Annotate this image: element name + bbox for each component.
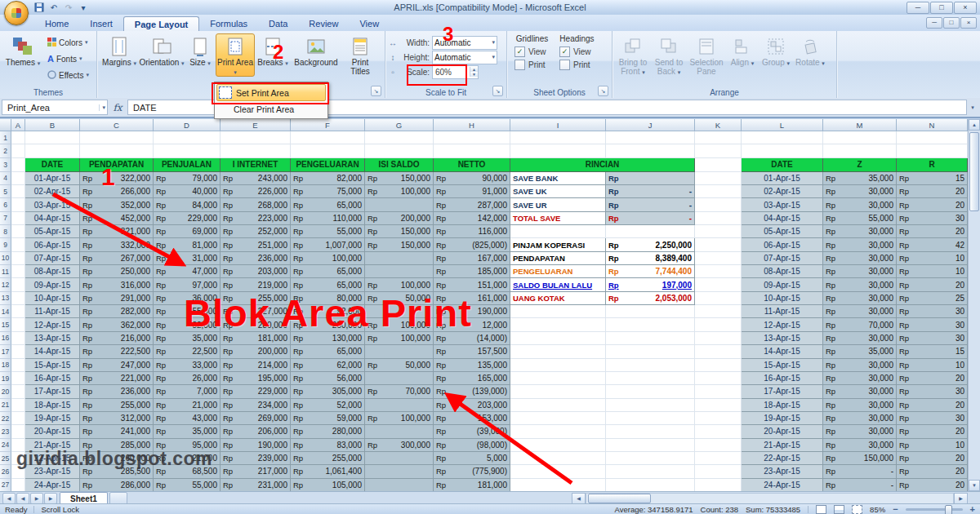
redo-button[interactable]: ↷ bbox=[62, 2, 75, 13]
cell-L23[interactable]: 20-Apr-15 bbox=[742, 425, 823, 438]
cell-C17[interactable]: Rp222,500 bbox=[80, 345, 154, 358]
cell-G13[interactable]: Rp50,000 bbox=[365, 292, 434, 305]
cell-E9[interactable]: Rp251,000 bbox=[220, 238, 291, 251]
cell-F16[interactable]: Rp130,000 bbox=[291, 332, 365, 345]
cell-J12[interactable]: Rp197,000 bbox=[606, 278, 695, 291]
cell-J5[interactable]: Rp- bbox=[606, 185, 695, 198]
cell-D8[interactable]: Rp69,000 bbox=[154, 225, 220, 238]
cell-K15[interactable] bbox=[695, 318, 742, 331]
cell-D17[interactable]: Rp22,500 bbox=[154, 345, 220, 358]
normal-view-button[interactable] bbox=[816, 505, 826, 514]
cell-B17[interactable]: 14-Apr-15 bbox=[25, 345, 80, 358]
workbook-close-button[interactable]: × bbox=[960, 17, 977, 29]
cell-G10[interactable] bbox=[365, 252, 434, 265]
cell-A19[interactable] bbox=[11, 372, 25, 385]
row-header-10[interactable]: 10 bbox=[0, 252, 11, 265]
minimize-button[interactable]: ─ bbox=[906, 2, 929, 14]
cell-M23[interactable]: Rp30,000 bbox=[823, 425, 897, 438]
tab-page-layout[interactable]: Page Layout bbox=[123, 16, 199, 31]
cell-G14[interactable] bbox=[365, 305, 434, 318]
cell-K1[interactable] bbox=[695, 131, 742, 144]
cell-M3[interactable]: Z bbox=[823, 158, 897, 172]
cell-E15[interactable]: Rp280,000 bbox=[220, 318, 291, 331]
cell-I26[interactable] bbox=[510, 465, 606, 478]
cell-B4[interactable]: 01-Apr-15 bbox=[25, 172, 80, 185]
cell-G16[interactable]: Rp100,000 bbox=[365, 332, 434, 345]
headings-view-checkbox[interactable]: ✓ View bbox=[555, 45, 599, 58]
cell-M7[interactable]: Rp55,000 bbox=[823, 212, 897, 225]
row-header-4[interactable]: 4 bbox=[0, 172, 11, 185]
cell-H23[interactable]: Rp(39,000) bbox=[434, 425, 510, 438]
cell-F25[interactable]: Rp255,000 bbox=[291, 452, 365, 465]
scale-spinner[interactable]: ▲▼ bbox=[470, 67, 478, 77]
cell-M4[interactable]: Rp35,000 bbox=[823, 172, 897, 185]
cell-A12[interactable] bbox=[11, 278, 25, 291]
column-header-G[interactable]: G bbox=[365, 119, 434, 131]
column-header-D[interactable]: D bbox=[154, 119, 220, 131]
cell-K18[interactable] bbox=[695, 359, 742, 372]
cell-J9[interactable]: Rp2,250,000 bbox=[606, 238, 695, 251]
send-to-back-button[interactable]: Send to Back ▾ bbox=[651, 33, 687, 77]
cell-D2[interactable] bbox=[154, 144, 220, 157]
cell-N2[interactable] bbox=[897, 144, 968, 157]
cell-J7[interactable]: Rp- bbox=[606, 212, 695, 225]
cell-N22[interactable]: Rp30 bbox=[897, 412, 968, 425]
cell-F20[interactable]: Rp305,000 bbox=[291, 385, 365, 398]
cell-J21[interactable] bbox=[606, 399, 695, 412]
cell-I4[interactable]: SAVE BANK bbox=[510, 172, 606, 185]
column-header-M[interactable]: M bbox=[823, 119, 897, 131]
cell-J27[interactable] bbox=[606, 479, 695, 492]
cell-A11[interactable] bbox=[11, 265, 25, 278]
tab-scroll-first-button[interactable]: ◀ bbox=[2, 493, 16, 504]
cell-F26[interactable]: Rp1,061,400 bbox=[291, 465, 365, 478]
cell-L7[interactable]: 04-Apr-15 bbox=[742, 212, 823, 225]
cell-B5[interactable]: 02-Apr-15 bbox=[25, 185, 80, 198]
cell-G1[interactable] bbox=[365, 131, 434, 144]
cell-K24[interactable] bbox=[695, 439, 742, 452]
tab-insert[interactable]: Insert bbox=[79, 16, 123, 31]
cell-G27[interactable] bbox=[365, 479, 434, 492]
group-button[interactable]: Group ▾ bbox=[759, 33, 793, 68]
cell-I21[interactable] bbox=[510, 399, 606, 412]
cell-H2[interactable] bbox=[434, 144, 510, 157]
cell-J13[interactable]: Rp2,053,000 bbox=[606, 292, 695, 305]
cell-D18[interactable]: Rp33,000 bbox=[154, 359, 220, 372]
cell-E8[interactable]: Rp252,000 bbox=[220, 225, 291, 238]
cell-E17[interactable]: Rp200,000 bbox=[220, 345, 291, 358]
select-all-corner[interactable] bbox=[0, 119, 11, 131]
selection-pane-button[interactable]: Selection Pane bbox=[687, 33, 726, 77]
cell-N11[interactable]: Rp10 bbox=[897, 265, 968, 278]
cell-B1[interactable] bbox=[25, 131, 80, 144]
cell-M19[interactable]: Rp30,000 bbox=[823, 372, 897, 385]
formula-bar-expand-icon[interactable]: ▾ bbox=[967, 104, 978, 111]
cell-C14[interactable]: Rp282,000 bbox=[80, 305, 154, 318]
cell-L14[interactable]: 11-Apr-15 bbox=[742, 305, 823, 318]
cell-G7[interactable]: Rp200,000 bbox=[365, 212, 434, 225]
tab-review[interactable]: Review bbox=[298, 16, 349, 31]
cell-A17[interactable] bbox=[11, 345, 25, 358]
cell-C26[interactable]: Rp285,500 bbox=[80, 465, 154, 478]
cell-C10[interactable]: Rp267,000 bbox=[80, 252, 154, 265]
page-setup-dialog-launcher[interactable]: ↘ bbox=[371, 86, 381, 96]
cell-H6[interactable]: Rp287,000 bbox=[434, 198, 510, 211]
cell-M22[interactable]: Rp30,000 bbox=[823, 412, 897, 425]
horizontal-scroll-thumb[interactable] bbox=[588, 494, 651, 503]
cell-D6[interactable]: Rp84,000 bbox=[154, 198, 220, 211]
cell-N19[interactable]: Rp20 bbox=[897, 372, 968, 385]
cell-L11[interactable]: 08-Apr-15 bbox=[742, 265, 823, 278]
cell-N26[interactable]: Rp20 bbox=[897, 465, 968, 478]
cell-D25[interactable]: Rp21,000 bbox=[154, 452, 220, 465]
cell-C8[interactable]: Rp321,000 bbox=[80, 225, 154, 238]
cell-L4[interactable]: 01-Apr-15 bbox=[742, 172, 823, 185]
column-header-N[interactable]: N bbox=[897, 119, 968, 131]
cell-F3[interactable]: PENGELUARAN bbox=[291, 158, 365, 172]
cell-D1[interactable] bbox=[154, 131, 220, 144]
cell-A21[interactable] bbox=[11, 399, 25, 412]
cell-C22[interactable]: Rp312,000 bbox=[80, 412, 154, 425]
workbook-minimize-button[interactable]: ─ bbox=[926, 17, 942, 29]
row-header-17[interactable]: 17 bbox=[0, 345, 11, 358]
cell-K3[interactable] bbox=[695, 158, 742, 172]
cell-N7[interactable]: Rp30 bbox=[897, 212, 968, 225]
cell-N17[interactable]: Rp15 bbox=[897, 345, 968, 358]
zoom-out-button[interactable]: − bbox=[893, 504, 898, 514]
